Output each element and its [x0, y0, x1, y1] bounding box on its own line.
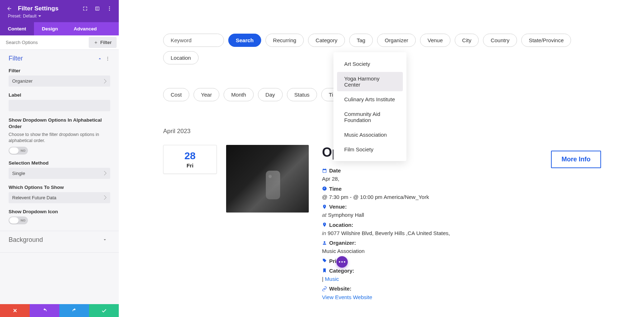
filter-chip-organizer[interactable]: Organizer: [377, 34, 416, 47]
filter-chip-venue[interactable]: Venue: [420, 34, 450, 47]
save-button[interactable]: [89, 304, 119, 317]
close-icon: [12, 308, 18, 313]
bookmark-icon: [322, 268, 327, 273]
dropdown-item[interactable]: Film Society: [337, 143, 403, 156]
filter-chip-category[interactable]: Category: [308, 34, 345, 47]
add-filter-label: Filter: [100, 40, 112, 45]
chevron-down-icon: [102, 237, 107, 242]
tab-design[interactable]: Design: [34, 22, 66, 35]
panel-header: Filter Settings Preset: Default Content …: [0, 0, 119, 35]
meta-location-value: 9077 Wilshire Blvd, Beverly Hills ,CA Un…: [328, 230, 450, 236]
filter-chip-stateprovince[interactable]: State/Province: [521, 34, 571, 47]
meta-category-link[interactable]: Music: [325, 276, 339, 282]
panel-title: Filter Settings: [18, 5, 77, 12]
filter-chip-status[interactable]: Status: [287, 88, 317, 101]
svg-point-3: [107, 57, 108, 57]
event-date-day: Fri: [164, 162, 216, 169]
undo-button[interactable]: [30, 304, 59, 317]
more-icon[interactable]: [106, 5, 113, 12]
person-icon: [322, 240, 327, 245]
expand-icon[interactable]: [82, 5, 89, 12]
check-icon: [101, 308, 107, 313]
dropdown-item[interactable]: Music Association: [337, 128, 403, 141]
filter-chip-recurring[interactable]: Recurring: [265, 34, 304, 47]
meta-date-value: Apr 28,: [322, 175, 542, 183]
alpha-toggle-value: NO: [21, 149, 26, 152]
filter-chip-country[interactable]: Country: [483, 34, 517, 47]
tab-advanced[interactable]: Advanced: [66, 22, 105, 35]
more-info-button[interactable]: More Info: [551, 151, 601, 168]
label-input[interactable]: [9, 100, 110, 111]
search-options-input[interactable]: [0, 35, 87, 49]
meta-venue-prefix: at: [322, 212, 327, 218]
redo-button[interactable]: [59, 304, 89, 317]
meta-website-link[interactable]: View Events Website: [322, 294, 372, 300]
filter-chip-year[interactable]: Year: [194, 88, 219, 101]
panel-body: Filter Filter Organizer Label Show Dropd…: [0, 50, 119, 304]
section-background-title: Background: [9, 236, 102, 244]
floating-action-button[interactable]: [336, 256, 348, 268]
settings-tabs: Content Design Advanced: [0, 22, 119, 35]
filter-field-label: Filter: [9, 68, 110, 73]
dropdown-item[interactable]: Culinary Arts Institute: [337, 93, 403, 106]
section-background-header[interactable]: Background: [9, 236, 110, 244]
filter-chip-tag[interactable]: Tag: [349, 34, 373, 47]
panel-footer: [0, 304, 119, 317]
meta-category-sep: |: [322, 276, 323, 282]
dropdown-item[interactable]: Art Society: [337, 57, 403, 70]
search-options-row: Filter: [0, 35, 119, 50]
filter-chip-location[interactable]: Location: [163, 51, 199, 64]
alpha-field-desc: Choose to show the filter dropdown optio…: [9, 132, 110, 144]
event-image: [226, 145, 309, 213]
alpha-toggle[interactable]: NO: [9, 147, 28, 155]
pin-icon: [322, 204, 327, 209]
more-icon[interactable]: [105, 56, 110, 61]
settings-panel: Filter Settings Preset: Default Content …: [0, 0, 119, 317]
dropdownicon-toggle-value: NO: [21, 219, 26, 222]
selection-select-value: Single: [9, 168, 110, 179]
meta-location-label: Location:: [329, 221, 353, 229]
tab-content[interactable]: Content: [0, 22, 34, 35]
filter-select-value: Organizer: [9, 75, 110, 87]
which-select[interactable]: Relevent Future Data: [9, 192, 110, 203]
discard-button[interactable]: [0, 304, 30, 317]
dropdownicon-field-label: Show Dropdown Icon: [9, 209, 110, 214]
filter-chip-city[interactable]: City: [455, 34, 479, 47]
keyword-input[interactable]: Keyword: [163, 34, 224, 47]
preset-value: Default: [23, 14, 36, 19]
collapse-sidebar-icon[interactable]: [94, 5, 101, 12]
search-button[interactable]: Search: [228, 34, 261, 47]
dropdownicon-toggle[interactable]: NO: [9, 216, 28, 224]
dropdown-item[interactable]: Yoga Harmony Center: [337, 72, 403, 91]
event-body: Ope Date Apr 28, Time @ 7:30 pm - @ 10:0…: [322, 145, 542, 301]
section-filter-header[interactable]: Filter: [9, 55, 110, 62]
filter-chip-cost[interactable]: Cost: [163, 88, 189, 101]
section-background: Background: [0, 231, 119, 253]
alpha-field-label: Show Dropdown Options In Alphabetical Or…: [9, 117, 110, 130]
meta-website-label: Website:: [329, 284, 351, 293]
organizer-dropdown: Art Society Yoga Harmony Center Culinary…: [333, 52, 406, 161]
dropdown-item[interactable]: Community Aid Foundation: [337, 107, 403, 127]
back-icon[interactable]: [6, 5, 13, 12]
filter-chip-month[interactable]: Month: [224, 88, 254, 101]
filter-chip-day[interactable]: Day: [258, 88, 283, 101]
preset-selector[interactable]: Preset: Default: [0, 14, 119, 22]
meta-date-label: Date: [329, 166, 341, 175]
label-field-label: Label: [9, 92, 110, 98]
plus-icon: [94, 40, 98, 45]
meta-venue-value: Symphony Hall: [328, 212, 364, 218]
which-select-value: Relevent Future Data: [9, 192, 110, 203]
svg-point-1: [109, 8, 110, 9]
add-filter-button[interactable]: Filter: [89, 37, 117, 48]
section-filter: Filter Filter Organizer Label Show Dropd…: [0, 50, 119, 231]
link-icon: [322, 286, 327, 291]
event-card: 28 Fri Ope Date Apr 28, Time @ 7:30 pm -…: [163, 145, 601, 301]
chevron-down-icon: [38, 14, 42, 18]
which-field-label: Which Options To Show: [9, 185, 110, 190]
event-date-card: 28 Fri: [163, 145, 217, 174]
filter-select[interactable]: Organizer: [9, 75, 110, 87]
calendar-icon: [322, 168, 327, 173]
redo-icon: [72, 308, 77, 313]
selection-select[interactable]: Single: [9, 168, 110, 179]
meta-organizer-value: Music Association: [322, 247, 542, 255]
